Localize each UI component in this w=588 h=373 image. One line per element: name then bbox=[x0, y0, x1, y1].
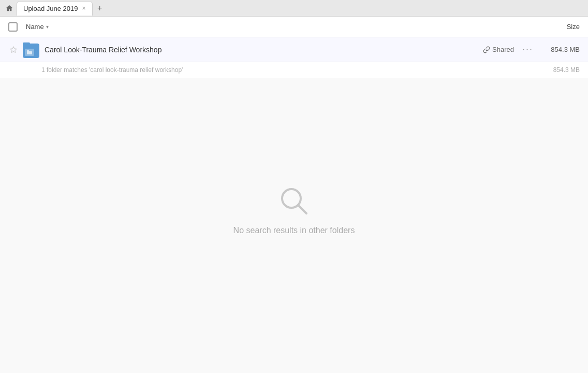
select-all-checkbox[interactable] bbox=[8, 22, 18, 32]
shared-badge: Shared bbox=[483, 46, 514, 53]
svg-marker-0 bbox=[10, 47, 17, 52]
folder-name: Carol Look-Trauma Relief Workshop bbox=[45, 46, 483, 54]
name-header-label: Name bbox=[26, 23, 44, 31]
match-text: 1 folder matches 'carol look-trauma reli… bbox=[41, 66, 553, 74]
link-icon bbox=[483, 46, 490, 53]
star-icon[interactable] bbox=[8, 45, 19, 55]
main-content: Carol Look-Trauma Relief Workshop Shared… bbox=[0, 37, 588, 373]
match-info-row: 1 folder matches 'carol look-trauma reli… bbox=[0, 62, 588, 78]
sort-chevron-icon: ▾ bbox=[46, 24, 49, 30]
more-options-icon[interactable]: ··· bbox=[522, 44, 533, 55]
size-header-label: Size bbox=[567, 23, 580, 31]
name-sort-header[interactable]: Name ▾ bbox=[26, 23, 49, 31]
file-size: 854.3 MB bbox=[543, 46, 580, 53]
folder-icon bbox=[23, 41, 39, 58]
toolbar: Name ▾ Size bbox=[0, 17, 588, 37]
no-results-message: No search results in other folders bbox=[233, 226, 355, 235]
new-tab-button[interactable]: + bbox=[94, 2, 106, 15]
match-size: 854.3 MB bbox=[553, 66, 580, 74]
no-results-search-icon bbox=[277, 184, 311, 218]
svg-rect-2 bbox=[27, 50, 29, 52]
empty-state: No search results in other folders bbox=[0, 78, 588, 373]
home-icon[interactable] bbox=[4, 3, 14, 13]
folder-row[interactable]: Carol Look-Trauma Relief Workshop Shared… bbox=[0, 37, 588, 62]
tab-bar: Upload June 2019 × + bbox=[0, 0, 588, 17]
tab-label: Upload June 2019 bbox=[23, 5, 78, 12]
shared-label: Shared bbox=[492, 46, 514, 53]
tab-upload-june-2019[interactable]: Upload June 2019 × bbox=[17, 1, 93, 16]
size-sort-header[interactable]: Size bbox=[567, 23, 580, 31]
svg-line-4 bbox=[298, 205, 306, 213]
tab-close-button[interactable]: × bbox=[82, 5, 86, 12]
